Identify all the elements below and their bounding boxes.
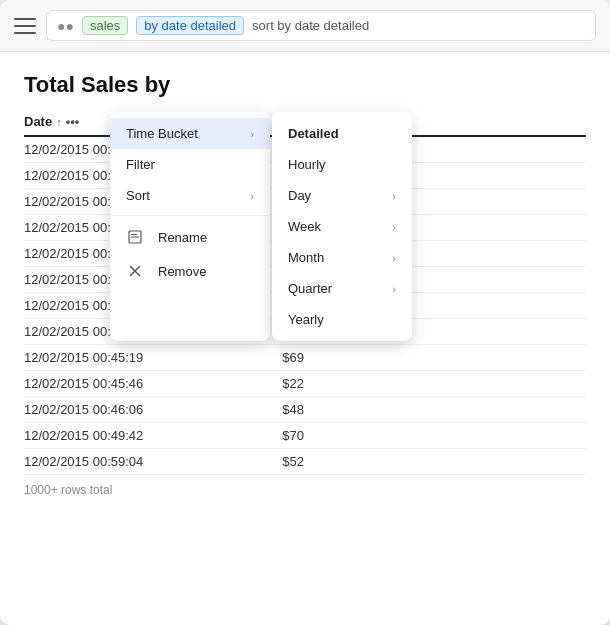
- menu-divider: [110, 215, 270, 216]
- chevron-right-icon: ›: [392, 283, 396, 295]
- table-row: 12/02/2015 00:49:42 $70: [24, 423, 586, 449]
- submenu-item-month[interactable]: Month ›: [272, 242, 412, 273]
- submenu-item-month-label: Month: [288, 250, 324, 265]
- rename-icon: [126, 228, 144, 246]
- search-icon: ●●: [57, 18, 74, 34]
- menu-item-time-bucket-label: Time Bucket: [126, 126, 242, 141]
- app-window: ●● sales by date detailed sort by date d…: [0, 0, 610, 625]
- table-row: 12/02/2015 00:45:46 $22: [24, 371, 586, 397]
- hamburger-menu[interactable]: [14, 18, 36, 34]
- chevron-right-icon: ›: [392, 221, 396, 233]
- search-tag-date: by date detailed: [136, 16, 244, 35]
- cell-date: 12/02/2015 00:45:19: [24, 350, 224, 365]
- menu-item-rename[interactable]: Rename: [110, 220, 270, 254]
- menu-item-remove-label: Remove: [158, 264, 254, 279]
- cell-value: $69: [224, 350, 304, 365]
- chevron-right-icon: ›: [392, 252, 396, 264]
- date-label: Date: [24, 114, 52, 129]
- menu-item-rename-label: Rename: [158, 230, 254, 245]
- submenu-item-yearly-label: Yearly: [288, 312, 324, 327]
- cell-date: 12/02/2015 00:45:46: [24, 376, 224, 391]
- menu-item-time-bucket[interactable]: Time Bucket ›: [110, 118, 270, 149]
- menu-item-filter[interactable]: Filter: [110, 149, 270, 180]
- submenu-item-day[interactable]: Day ›: [272, 180, 412, 211]
- table-row: 12/02/2015 00:45:19 $69: [24, 345, 586, 371]
- submenu-item-day-label: Day: [288, 188, 311, 203]
- submenu-item-week-label: Week: [288, 219, 321, 234]
- submenu-item-yearly[interactable]: Yearly: [272, 304, 412, 335]
- menu-item-sort-label: Sort: [126, 188, 242, 203]
- search-text: sort by date detailed: [252, 18, 369, 33]
- topbar: ●● sales by date detailed sort by date d…: [0, 0, 610, 52]
- search-bar[interactable]: ●● sales by date detailed sort by date d…: [46, 10, 596, 41]
- chevron-right-icon: ›: [250, 128, 254, 140]
- remove-icon: [126, 262, 144, 280]
- cell-date: 12/02/2015 00:49:42: [24, 428, 224, 443]
- chevron-right-icon: ›: [250, 190, 254, 202]
- cell-value: $22: [224, 376, 304, 391]
- page-title: Total Sales by: [24, 72, 586, 98]
- submenu-item-detailed[interactable]: Detailed: [272, 118, 412, 149]
- menu-item-filter-label: Filter: [126, 157, 254, 172]
- table-row: 12/02/2015 00:46:06 $48: [24, 397, 586, 423]
- menu-item-remove[interactable]: Remove: [110, 254, 270, 288]
- column-more-icon[interactable]: •••: [66, 114, 80, 129]
- submenu-item-detailed-label: Detailed: [288, 126, 339, 141]
- submenu-item-hourly[interactable]: Hourly: [272, 149, 412, 180]
- search-tag-sales: sales: [82, 16, 128, 35]
- cell-value: $52: [224, 454, 304, 469]
- chevron-right-icon: ›: [392, 190, 396, 202]
- cell-value: $70: [224, 428, 304, 443]
- context-menu: Time Bucket › Filter Sort ›: [110, 112, 270, 341]
- cell-value: $48: [224, 402, 304, 417]
- table-footer: 1000+ rows total: [24, 475, 586, 505]
- menu-item-sort[interactable]: Sort ›: [110, 180, 270, 211]
- submenu-item-quarter-label: Quarter: [288, 281, 332, 296]
- submenu-item-quarter[interactable]: Quarter ›: [272, 273, 412, 304]
- cell-date: 12/02/2015 00:59:04: [24, 454, 224, 469]
- sort-asc-icon[interactable]: ↑: [56, 116, 62, 128]
- cell-date: 12/02/2015 00:46:06: [24, 402, 224, 417]
- table-row: 12/02/2015 00:59:04 $52: [24, 449, 586, 475]
- submenu-item-week[interactable]: Week ›: [272, 211, 412, 242]
- submenu-item-hourly-label: Hourly: [288, 157, 326, 172]
- submenu-time-bucket: Detailed Hourly Day › Week › Month ›: [272, 112, 412, 341]
- context-menu-overlay: Time Bucket › Filter Sort ›: [110, 112, 412, 341]
- content-area: Total Sales by Date ↑ ••• 12/02/2015 00:…: [0, 52, 610, 625]
